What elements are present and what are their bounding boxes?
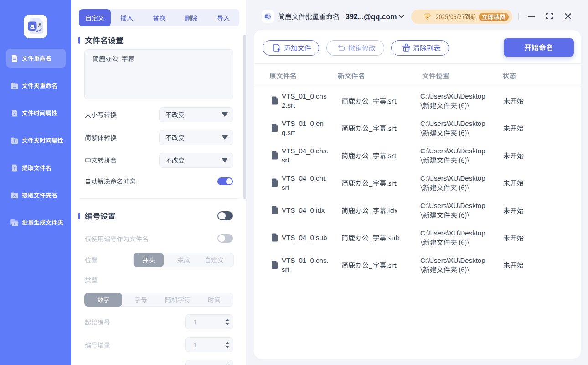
svg-text:A: A [38,22,42,29]
svg-text:a: a [30,22,35,31]
svg-text:v: v [426,15,428,19]
svg-text:A: A [269,15,271,17]
